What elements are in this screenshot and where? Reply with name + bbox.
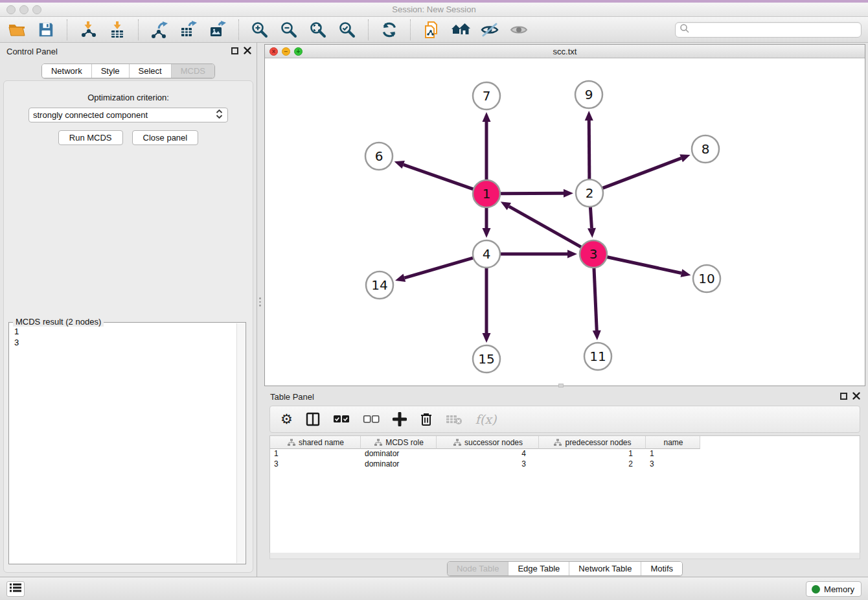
search-input[interactable] — [690, 25, 857, 35]
graph-edge-1-2[interactable] — [500, 189, 573, 198]
float-table-panel-icon[interactable] — [840, 393, 847, 400]
graph-edge-4-15[interactable] — [483, 268, 491, 343]
column-header-mcds-role[interactable]: MCDS role — [361, 436, 437, 449]
tab-motifs[interactable]: Motifs — [641, 562, 682, 575]
hide-selected-button[interactable] — [479, 19, 500, 40]
graph-node-4[interactable]: 4 — [473, 240, 500, 268]
table-horizontal-scrollbar[interactable] — [269, 553, 860, 559]
tab-mcds[interactable]: MCDS — [171, 64, 214, 78]
float-panel-icon[interactable] — [231, 47, 238, 54]
export-image-icon — [209, 21, 227, 39]
memory-button[interactable]: Memory — [806, 581, 862, 597]
zoom-out-button[interactable] — [279, 19, 299, 40]
search-field[interactable] — [675, 22, 862, 38]
network-from-selection-button[interactable] — [421, 19, 442, 40]
graph-edge-4-14[interactable] — [395, 258, 474, 282]
cell-name[interactable]: 3 — [646, 459, 700, 470]
search-icon — [680, 23, 690, 36]
graph-node-11[interactable]: 11 — [584, 343, 611, 370]
graph-edge-4-3[interactable] — [500, 250, 577, 259]
zoom-in-icon — [251, 21, 269, 39]
import-network-button[interactable] — [78, 19, 98, 40]
graph-edge-3-10[interactable] — [607, 257, 691, 277]
graph-edge-3-1[interactable] — [501, 202, 582, 247]
cell-predecessor-nodes[interactable]: 1 — [539, 449, 646, 459]
optimization-criterion-select[interactable]: strongly connected component — [29, 108, 228, 122]
cell-shared-name[interactable]: 3 — [270, 459, 361, 470]
close-table-panel-icon[interactable] — [852, 392, 860, 400]
close-panel-icon[interactable] — [244, 47, 251, 54]
deselect-all-checkboxes-icon[interactable] — [363, 415, 380, 424]
cell-predecessor-nodes[interactable]: 2 — [539, 459, 646, 470]
graph-edge-1-7[interactable] — [483, 112, 491, 180]
task-history-button[interactable] — [6, 581, 25, 597]
window-title: Session: New Session — [0, 5, 868, 14]
zoom-selected-button[interactable] — [337, 19, 358, 40]
add-column-icon[interactable] — [393, 412, 407, 426]
graph-node-3[interactable]: 3 — [580, 240, 607, 268]
delete-table-icon — [446, 413, 463, 425]
open-session-button[interactable] — [6, 19, 27, 40]
result-scrollbar[interactable] — [236, 323, 245, 563]
show-all-button[interactable] — [508, 19, 529, 40]
tab-edge-table[interactable]: Edge Table — [508, 562, 569, 575]
network-window-titlebar[interactable]: × − + scc.txt — [265, 45, 865, 58]
cell-mcds-role[interactable]: dominator — [361, 459, 437, 470]
graph-node-10[interactable]: 10 — [693, 265, 720, 292]
graph-edge-3-11[interactable] — [593, 268, 601, 340]
mcds-result-text[interactable]: 1 3 — [9, 325, 236, 564]
graph-edge-2-3[interactable] — [588, 207, 596, 238]
settings-gear-icon[interactable]: ⚙ — [280, 411, 293, 427]
graph-node-8[interactable]: 8 — [692, 135, 719, 163]
graph-node-1[interactable]: 1 — [473, 180, 500, 207]
vertical-splitter[interactable] — [258, 297, 262, 306]
column-header-shared-name[interactable]: shared name — [270, 436, 361, 449]
import-table-button[interactable] — [107, 19, 128, 40]
first-neighbors-button[interactable] — [450, 19, 471, 40]
graph-node-2[interactable]: 2 — [576, 179, 603, 207]
column-header-predecessor-nodes[interactable]: predecessor nodes — [539, 436, 646, 449]
network-window-title: scc.txt — [265, 47, 865, 56]
graph-edge-2-8[interactable] — [602, 154, 691, 188]
run-mcds-button[interactable]: Run MCDS — [58, 130, 123, 145]
graph-node-14[interactable]: 14 — [366, 271, 393, 299]
graph-edge-1-4[interactable] — [483, 207, 491, 238]
cell-mcds-role[interactable]: dominator — [361, 449, 437, 459]
control-panel-title: Control Panel — [6, 47, 58, 56]
table-row[interactable]: 1 dominator 4 1 1 — [270, 449, 860, 459]
network-graph: 7968124314101511 — [265, 58, 865, 386]
graph-edge-1-6[interactable] — [394, 161, 474, 189]
cell-successor-nodes[interactable]: 4 — [437, 449, 539, 459]
export-table-button[interactable] — [178, 19, 199, 40]
delete-column-icon[interactable] — [420, 412, 433, 426]
table-header-row: shared name MCDS role successor nodes pr… — [270, 436, 860, 449]
select-all-checkboxes-icon[interactable] — [333, 415, 350, 424]
close-panel-button[interactable]: Close panel — [132, 130, 199, 145]
split-columns-icon[interactable] — [306, 412, 320, 426]
control-panel: Control Panel Network Style Select MCDS … — [0, 43, 257, 577]
export-network-button[interactable] — [149, 19, 170, 40]
tab-style[interactable]: Style — [91, 64, 129, 78]
horizontal-splitter[interactable] — [558, 384, 564, 387]
column-header-name[interactable]: name — [646, 436, 700, 449]
table-row[interactable]: 3 dominator 3 2 3 — [270, 459, 860, 470]
graph-edge-2-9[interactable] — [585, 111, 593, 179]
graph-node-7[interactable]: 7 — [473, 82, 500, 110]
cell-shared-name[interactable]: 1 — [270, 449, 361, 459]
zoom-in-button[interactable] — [249, 19, 270, 40]
tab-network-table[interactable]: Network Table — [569, 562, 641, 575]
export-image-button[interactable] — [207, 19, 228, 40]
network-canvas[interactable]: 7968124314101511 — [265, 58, 865, 386]
graph-node-6[interactable]: 6 — [365, 143, 393, 170]
save-session-button[interactable] — [36, 19, 56, 40]
cell-successor-nodes[interactable]: 3 — [437, 459, 539, 470]
tab-network[interactable]: Network — [42, 64, 91, 78]
tab-select[interactable]: Select — [129, 64, 171, 78]
graph-node-9[interactable]: 9 — [575, 81, 602, 108]
refresh-button[interactable] — [379, 19, 400, 40]
column-header-successor-nodes[interactable]: successor nodes — [437, 436, 539, 449]
graph-node-15[interactable]: 15 — [473, 345, 500, 373]
zoom-fit-button[interactable] — [308, 19, 328, 40]
cell-name[interactable]: 1 — [646, 449, 700, 459]
tab-node-table[interactable]: Node Table — [448, 562, 508, 575]
